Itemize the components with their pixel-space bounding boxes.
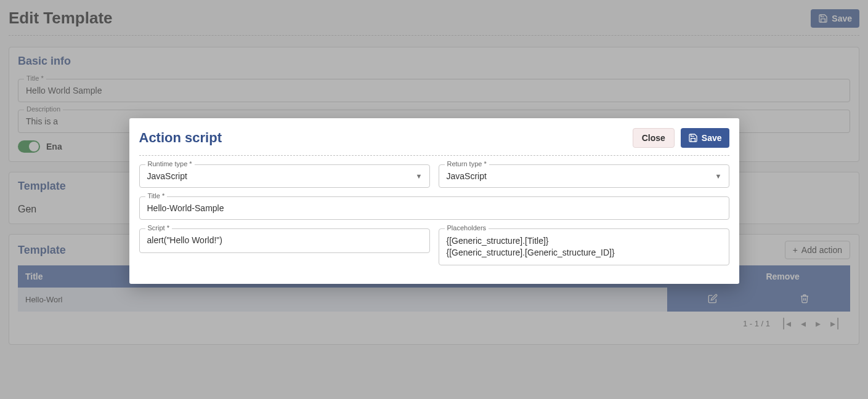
modal-title-input[interactable] [139,196,729,220]
runtime-type-label: Runtime type * [145,160,195,167]
return-type-select[interactable] [439,164,729,188]
script-input[interactable]: alert("Hello World!") [139,228,430,253]
modal-title: Action script [139,130,222,146]
action-script-modal: Action script Close Save Runtime type * … [129,118,739,284]
runtime-type-select[interactable] [139,164,430,188]
modal-save-button[interactable]: Save [681,128,729,148]
close-button[interactable]: Close [633,128,675,148]
placeholders-box: {[Generic_structure].[Title]} {[Generic_… [439,228,729,265]
return-type-label: Return type * [445,160,489,167]
modal-save-label: Save [702,133,722,143]
script-label: Script * [145,224,172,232]
save-icon [688,133,698,143]
modal-overlay: Action script Close Save Runtime type * … [0,0,868,399]
close-button-label: Close [642,133,665,143]
modal-title-field-label: Title * [145,192,168,200]
placeholders-label: Placeholders [445,224,489,232]
